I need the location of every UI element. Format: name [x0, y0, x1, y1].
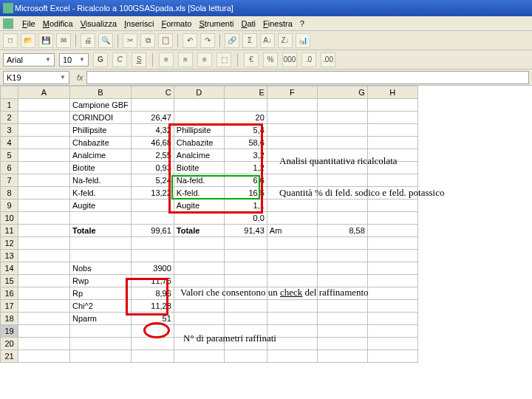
row-header-18[interactable]: 18 — [1, 313, 18, 325]
cell-F6[interactable] — [267, 162, 317, 174]
cell-H11[interactable] — [367, 225, 417, 237]
row-header-15[interactable]: 15 — [1, 275, 18, 287]
cell-D8[interactable]: K-feld. — [174, 187, 224, 200]
cell-A7[interactable] — [18, 174, 70, 187]
cell-F13[interactable] — [267, 250, 317, 262]
cell-E8[interactable]: 16,5 — [224, 187, 267, 200]
row-header-17[interactable]: 17 — [1, 300, 18, 313]
cell-F5[interactable] — [267, 149, 317, 162]
cell-E18[interactable] — [224, 313, 267, 325]
cell-B1[interactable]: Campione GBF — [70, 99, 132, 112]
cell-H17[interactable] — [367, 300, 417, 313]
cut-button[interactable]: ✂ — [123, 33, 137, 48]
cell-F9[interactable] — [267, 200, 317, 212]
cell-H14[interactable] — [367, 262, 417, 275]
cell-C21[interactable] — [131, 350, 174, 363]
cell-A1[interactable] — [18, 99, 70, 112]
row-header-12[interactable]: 12 — [1, 237, 18, 250]
cell-H15[interactable] — [367, 275, 417, 287]
cell-D5[interactable]: Analcime — [174, 149, 224, 162]
cell-F19[interactable] — [267, 325, 317, 338]
cell-C2[interactable]: 26,47 — [131, 112, 174, 124]
cell-E11[interactable]: 91,43 — [224, 225, 267, 237]
cell-F11[interactable]: Am — [267, 225, 317, 237]
cell-E20[interactable] — [224, 338, 267, 350]
cell-B7[interactable]: Na-feld. — [70, 174, 132, 187]
menu-modifica[interactable]: Modifica — [43, 19, 73, 28]
cell-H5[interactable] — [367, 149, 417, 162]
row-header-9[interactable]: 9 — [1, 200, 18, 212]
cell-C6[interactable]: 0,93 — [131, 162, 174, 174]
name-box[interactable]: K19▼ — [3, 71, 69, 84]
cell-G13[interactable] — [317, 250, 367, 262]
cell-B11[interactable]: Totale — [70, 225, 132, 237]
cell-C11[interactable]: 99,61 — [131, 225, 174, 237]
cell-B20[interactable] — [70, 338, 132, 350]
cell-G21[interactable] — [317, 350, 367, 363]
cell-B15[interactable]: Rwp — [70, 275, 132, 287]
cell-H3[interactable] — [367, 124, 417, 137]
cell-G11[interactable]: 8,58 — [317, 225, 367, 237]
cell-F16[interactable] — [267, 287, 317, 300]
cell-B9[interactable]: Augite — [70, 200, 132, 212]
cell-G10[interactable] — [317, 212, 367, 225]
cell-C5[interactable]: 2,55 — [131, 149, 174, 162]
cell-E4[interactable]: 58,6 — [224, 137, 267, 149]
cell-G6[interactable] — [317, 162, 367, 174]
align-center-button[interactable]: ≡ — [178, 52, 193, 67]
cell-C8[interactable]: 13,22 — [131, 187, 174, 200]
menu-inserisci[interactable]: Inserisci — [124, 19, 154, 28]
menu-visualizza[interactable]: Visualizza — [81, 19, 117, 28]
row-header-1[interactable]: 1 — [1, 99, 18, 112]
row-header-21[interactable]: 21 — [1, 350, 18, 363]
cell-E15[interactable] — [224, 275, 267, 287]
italic-button[interactable]: C — [112, 52, 127, 67]
cell-D12[interactable] — [174, 237, 224, 250]
cell-A16[interactable] — [18, 287, 70, 300]
select-all-corner[interactable] — [1, 86, 18, 99]
cell-E2[interactable]: 20 — [224, 112, 267, 124]
undo-button[interactable]: ↶ — [183, 33, 197, 48]
cell-F2[interactable] — [267, 112, 317, 124]
cell-C13[interactable] — [131, 250, 174, 262]
cell-G20[interactable] — [317, 338, 367, 350]
cell-E9[interactable]: 1,1 — [224, 200, 267, 212]
cell-E14[interactable] — [224, 262, 267, 275]
cell-A11[interactable] — [18, 225, 70, 237]
menu-dati[interactable]: Dati — [241, 19, 256, 28]
cell-D18[interactable] — [174, 313, 224, 325]
cell-B21[interactable] — [70, 350, 132, 363]
cell-D6[interactable]: Biotite — [174, 162, 224, 174]
cell-G2[interactable] — [317, 112, 367, 124]
cell-H6[interactable] — [367, 162, 417, 174]
cell-D11[interactable]: Totale — [174, 225, 224, 237]
dec-decimal-button[interactable]: .00 — [321, 52, 335, 67]
cell-G8[interactable] — [317, 187, 367, 200]
bold-button[interactable]: G — [93, 52, 108, 67]
cell-G5[interactable] — [317, 149, 367, 162]
cell-E12[interactable] — [224, 237, 267, 250]
row-header-5[interactable]: 5 — [1, 149, 18, 162]
row-header-7[interactable]: 7 — [1, 174, 18, 187]
cell-E10[interactable]: 0,0 — [224, 212, 267, 225]
cell-G12[interactable] — [317, 237, 367, 250]
cell-E16[interactable] — [224, 287, 267, 300]
new-button[interactable]: □ — [3, 33, 18, 48]
cell-C9[interactable] — [131, 200, 174, 212]
cell-A12[interactable] — [18, 237, 70, 250]
cell-D19[interactable] — [174, 325, 224, 338]
redo-button[interactable]: ↷ — [200, 33, 215, 48]
cell-F17[interactable] — [267, 300, 317, 313]
cell-B2[interactable]: CORINDOI — [70, 112, 132, 124]
fx-label[interactable]: fx — [77, 73, 83, 82]
cell-E13[interactable] — [224, 250, 267, 262]
cell-E21[interactable] — [224, 350, 267, 363]
cell-A15[interactable] — [18, 275, 70, 287]
align-right-button[interactable]: ≡ — [197, 52, 212, 67]
cell-G7[interactable] — [317, 174, 367, 187]
cell-E19[interactable] — [224, 325, 267, 338]
row-header-6[interactable]: 6 — [1, 162, 18, 174]
menu-formato[interactable]: Formato — [161, 19, 191, 28]
merge-button[interactable]: ⬚ — [216, 52, 231, 67]
cell-B17[interactable]: Chi^2 — [70, 300, 132, 313]
